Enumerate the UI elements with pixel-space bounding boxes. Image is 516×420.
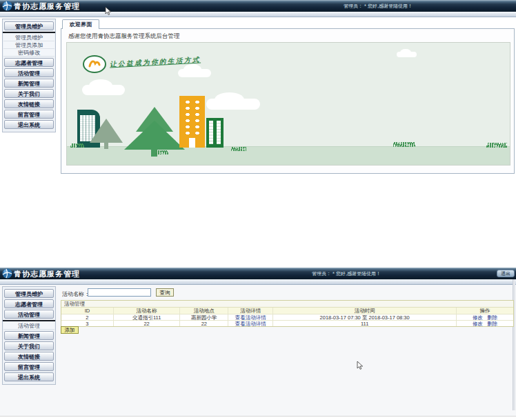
building-windows	[183, 99, 202, 136]
sidebar-item-volunteers[interactable]: 志愿者管理	[4, 299, 54, 308]
banner-illustration: 让公益成为你的生活方式	[66, 42, 510, 166]
add-button[interactable]: 添加	[61, 326, 79, 334]
sidebar-item-activities[interactable]: 活动管理	[4, 310, 54, 319]
column-header-location: 活动地点	[179, 308, 228, 314]
page: 青协志愿服务管理 管理员：＊您好,感谢登陆使用！ 管理员维护 管理员维护 管理员…	[0, 0, 516, 420]
grass-tuft	[231, 147, 246, 151]
sidebar-item-news[interactable]: 新闻管理	[4, 79, 54, 88]
app-header: 青协志愿服务管理 管理员：＊您好,感谢登陆使用！ 退出	[0, 268, 516, 279]
cloud-icon	[206, 99, 260, 110]
tree-canopy	[90, 119, 123, 143]
sidebar-subitem-password-change[interactable]: 密码修改	[3, 49, 54, 57]
sidebar-item-exit[interactable]: 退出系统	[4, 372, 54, 381]
sidebar-item-activities[interactable]: 活动管理	[4, 68, 54, 77]
activity-name-input[interactable]	[88, 288, 151, 297]
cell-time: 111	[272, 321, 456, 326]
table-row: 2 交通指引111 惠新园小学 查看活动详情 2018-03-17 07:30 …	[61, 314, 513, 320]
mouse-cursor-icon	[357, 361, 364, 370]
sidebar-item-links[interactable]: 友情链接	[4, 99, 54, 108]
sidebar-item-volunteers[interactable]: 志愿者管理	[4, 58, 54, 67]
sidebar-subitem-admin-add[interactable]: 管理员添加	[3, 41, 54, 49]
building-windows	[209, 121, 221, 144]
content-panel: 感谢您使用青协志愿服务管理系统后台管理 让公益成为你的生活方式	[61, 28, 515, 174]
sidebar-item-news[interactable]: 新闻管理	[4, 331, 54, 340]
query-button[interactable]: 查询	[156, 288, 174, 297]
table-row: 3 22 22 查看活动详情 111 修改 删除	[61, 320, 513, 326]
tree-trunk	[104, 142, 108, 149]
cell-name: 交通指引111	[113, 314, 180, 320]
sidebar-item-exit[interactable]: 退出系统	[4, 120, 54, 129]
cloud-icon	[82, 85, 125, 95]
sidebar-item-links[interactable]: 友情链接	[4, 352, 54, 361]
building-door	[189, 138, 195, 148]
app-title: 青协志愿服务管理	[14, 1, 80, 12]
sidebar-active-divider	[3, 320, 55, 321]
tree-canopy	[124, 121, 185, 150]
building-green	[206, 118, 224, 148]
building-yellow	[179, 96, 205, 148]
sidebar-item-messages[interactable]: 留言管理	[4, 362, 54, 371]
cell-id: 3	[61, 321, 113, 326]
tab-welcome[interactable]: 欢迎界面	[62, 19, 99, 29]
banner-logo-icon	[82, 54, 107, 74]
grass-tuft	[393, 142, 415, 147]
column-header-operation: 操作	[456, 308, 513, 314]
column-header-name: 活动名称	[113, 308, 180, 314]
app-title: 青协志愿服务管理	[14, 269, 80, 279]
welcome-screen: 青协志愿服务管理 管理员：＊您好,感谢登陆使用！ 管理员维护 管理员维护 管理员…	[0, 0, 516, 261]
grass-tuft	[70, 143, 84, 148]
sidebar: 管理员维护 志愿者管理 活动管理 活动管理 新闻管理 关于我们 友情链接 留言管…	[2, 286, 56, 385]
app-logo-icon	[2, 268, 12, 279]
sidebar-item-about-us[interactable]: 关于我们	[4, 341, 54, 350]
table-header-row: ID 活动名称 活动地点 活动详情 活动时间 操作	[61, 308, 513, 314]
edit-link[interactable]: 修改	[473, 314, 483, 320]
sidebar-subitem-activity-manage[interactable]: 活动管理	[3, 322, 54, 330]
sidebar-active-divider	[3, 32, 55, 33]
login-status: 管理员：＊您好,感谢登陆使用！	[312, 270, 381, 277]
cell-name: 22	[113, 321, 180, 326]
welcome-message: 感谢您使用青协志愿服务管理系统后台管理	[68, 32, 180, 41]
view-detail-link[interactable]: 查看活动详情	[235, 321, 266, 326]
vertical-scrollbar[interactable]	[513, 279, 515, 410]
cloud-icon	[397, 52, 417, 57]
app-header: 青协志愿服务管理 管理员：＊您好,感谢登陆使用！	[0, 0, 516, 12]
edit-link[interactable]: 修改	[473, 321, 483, 326]
column-header-detail: 活动详情	[228, 308, 272, 314]
sidebar-item-about-us[interactable]: 关于我们	[4, 89, 54, 98]
cloud-icon	[178, 69, 211, 77]
activity-name-label: 活动名称：	[62, 290, 90, 298]
view-detail-link[interactable]: 查看活动详情	[235, 314, 266, 320]
header-substrip	[0, 279, 516, 285]
logout-button[interactable]: 退出	[497, 270, 515, 277]
sidebar: 管理员维护 管理员维护 管理员添加 密码修改 志愿者管理 活动管理 新闻管理 关…	[2, 19, 56, 132]
activity-screen: 青协志愿服务管理 管理员：＊您好,感谢登陆使用！ 退出 管理员维护 志愿者管理 …	[0, 268, 516, 417]
sidebar-subitem-admin-maintain[interactable]: 管理员维护	[3, 34, 54, 41]
sidebar-item-admin-maintain[interactable]: 管理员维护	[4, 21, 54, 30]
table-title: 活动管理	[61, 301, 513, 308]
activity-table: 活动管理 ID 活动名称 活动地点 活动详情 活动时间 操作 2 交通指引111…	[61, 300, 514, 327]
column-header-id: ID	[61, 308, 113, 314]
sidebar-item-messages[interactable]: 留言管理	[4, 110, 54, 119]
login-status: 管理员：＊您好,感谢登陆使用！	[344, 3, 413, 10]
sidebar-item-admin-maintain[interactable]: 管理员维护	[4, 289, 54, 298]
cell-location: 22	[179, 321, 228, 326]
column-header-time: 活动时间	[272, 308, 456, 314]
delete-link[interactable]: 删除	[487, 321, 497, 326]
mouse-cursor-icon	[105, 6, 112, 16]
app-logo-icon	[2, 1, 12, 11]
header-substrip	[0, 12, 516, 17]
cell-location: 惠新园小学	[179, 314, 228, 320]
cell-id: 2	[61, 314, 113, 320]
cell-time: 2018-03-17 07:30 至 2018-03-17 08:30	[272, 314, 456, 320]
grass-tuft	[486, 143, 507, 148]
grass-tuft	[155, 150, 168, 154]
delete-link[interactable]: 删除	[487, 314, 497, 320]
